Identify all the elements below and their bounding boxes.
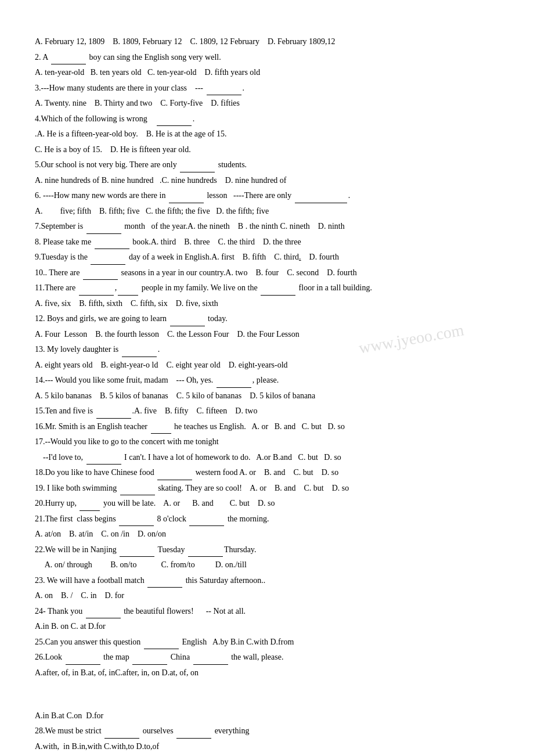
blank-8 — [95, 249, 129, 249]
blank-22b — [188, 556, 223, 557]
line-11: 6. ----How many new words are there in l… — [35, 189, 499, 203]
line-19: 12. Boys and girls, we are going to lear… — [35, 312, 499, 326]
line-35: A. on/ through B. on/to C. from/to D. on… — [35, 558, 499, 573]
blank-14 — [217, 387, 251, 388]
line-15: 9.Tuesday is the day of a week in Englis… — [35, 250, 499, 265]
line-8: C. He is a boy of 15. D. He is fifteen y… — [35, 143, 499, 157]
blank-25 — [144, 649, 179, 649]
line-39: A.in B. on C. at D.for — [35, 620, 499, 634]
blank-20 — [80, 510, 100, 511]
exercise-sheet: www.jyeoo.com A. February 12, 1809 B. 18… — [35, 35, 499, 756]
line-38: 24- Thank you the beautiful flowers! -- … — [35, 604, 499, 619]
line-2: 2. A boy can sing the English song very … — [35, 51, 499, 65]
line-41: 26.Look the map China the wall, please. — [35, 650, 499, 665]
blank-12 — [170, 326, 205, 326]
blank-4 — [157, 125, 192, 126]
blank-7 — [86, 233, 121, 234]
blank-6b — [295, 203, 347, 203]
line-21: 13. My lovely daughter is . — [35, 343, 499, 357]
line-22: A. eight years old B. eight-year-o ld C.… — [35, 358, 499, 373]
blank-11b — [118, 295, 138, 296]
line-5: A. Twenty. nine B. Thirty and two C. For… — [35, 96, 499, 111]
blank-23 — [147, 587, 182, 588]
line-4: 3.---How many students are there in your… — [35, 81, 499, 96]
line-44: 28.We must be strict ourselves everythin… — [35, 724, 499, 739]
line-33: A. at/on B. at/in C. on /in D. on/on — [35, 527, 499, 542]
blank-26b — [132, 664, 167, 665]
line-14: 8. Please take me book.A. third B. three… — [35, 235, 499, 250]
line-27: 17.--Would you like to go to the concert… — [35, 435, 499, 449]
blank-28b — [176, 738, 211, 739]
line-20: A. Four Lesson B. the fourth lesson C. t… — [35, 327, 499, 342]
blank-22a — [120, 556, 154, 557]
line-24: A. 5 kilo bananas B. 5 kilos of bananas … — [35, 389, 499, 404]
line-30: 19. I like both swimming skating. They a… — [35, 481, 499, 496]
line-25: 15.Ten and five is .A. five B. fifty C. … — [35, 404, 499, 419]
line-12: A.five; fifth B. fifth; five C. the fift… — [35, 204, 499, 219]
blank-17 — [86, 464, 121, 465]
blank-19 — [120, 495, 155, 495]
blank-16 — [151, 433, 171, 434]
blank-15 — [96, 418, 131, 419]
line-42: A.after, of, in B.at, of, inC.after, in,… — [35, 666, 499, 681]
line-31: 20.Hurry up, you will be late. A. or B. … — [35, 496, 499, 511]
line-13: 7.September is month of the year.A. the … — [35, 219, 499, 234]
blank-10 — [83, 279, 118, 280]
blank-24 — [86, 618, 121, 618]
line-7: .A. He is a fifteen-year-old boy. B. He … — [35, 127, 499, 142]
line-16: 10.. There are seasons in a year in our … — [35, 266, 499, 280]
blank-21a — [119, 525, 154, 526]
blank-9 — [91, 264, 125, 265]
blank-3 — [207, 95, 241, 95]
blank-11a — [79, 295, 114, 296]
line-1: A. February 12, 1809 B. 1809, February 1… — [35, 35, 499, 49]
blank-26a — [66, 664, 100, 665]
line-6: 4.Which of the following is wrong . — [35, 112, 499, 127]
blank-6a — [169, 203, 204, 203]
blank-26c — [193, 664, 228, 665]
line-18: A. five, six B. fifth, sixth C. fifth, s… — [35, 297, 499, 311]
blank-13 — [122, 357, 157, 357]
line-26: 16.Mr. Smith is an English teacher he te… — [35, 420, 499, 434]
blank-11c — [261, 295, 295, 296]
blank-2 — [51, 64, 86, 64]
line-3: A. ten-year-old B. ten years old C. ten-… — [35, 66, 499, 80]
line-10: A. nine hundreds of B. nine hundred .C. … — [35, 174, 499, 188]
blank-5 — [180, 172, 215, 172]
line-29: 18.Do you like to have Chinese food west… — [35, 466, 499, 480]
line-28: --I'd love to, I can't. I have a lot of … — [35, 451, 499, 465]
line-9: 5.Our school is not very big. There are … — [35, 158, 499, 172]
line-40: 25.Can you answer this question English … — [35, 635, 499, 650]
blank-28a — [104, 738, 139, 739]
line-37: A. on B. / C. in D. for — [35, 589, 499, 603]
line-23: 14.--- Would you like some fruit, madam … — [35, 373, 499, 388]
line-36: 23. We will have a football match this S… — [35, 574, 499, 588]
blank-21b — [189, 525, 224, 526]
line-43: A.in B.at C.on D.for — [35, 709, 499, 723]
line-45: A.with, in B.in,with C.with,to D.to,of — [35, 740, 499, 754]
blank-18 — [157, 480, 192, 480]
line-17: 11.There are , people in my family. We l… — [35, 281, 499, 296]
line-34: 22.We will be in Nanjing Tuesday Thursda… — [35, 543, 499, 557]
line-32: 21.The first class begins 8 o'clock the … — [35, 512, 499, 527]
